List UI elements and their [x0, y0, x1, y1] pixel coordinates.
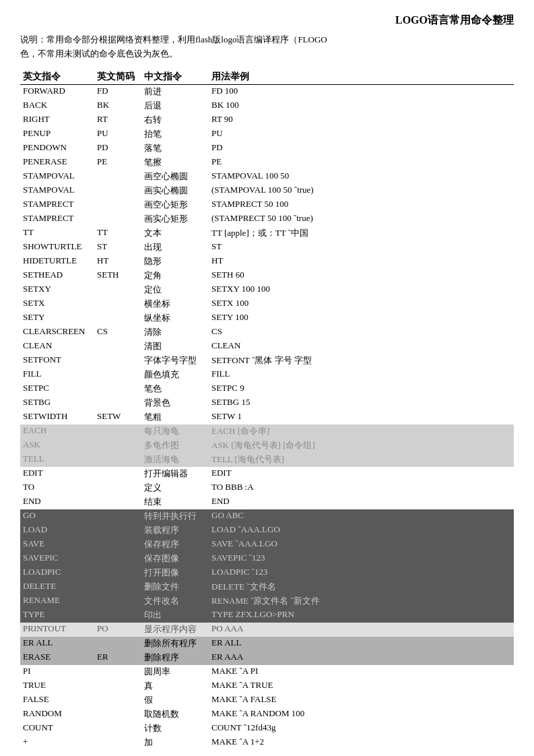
cell-cn: 清图	[141, 340, 209, 354]
table-row: PENUPPU抬笔PU	[20, 127, 514, 141]
cell-example: EDIT	[209, 467, 514, 481]
cell-example: CS	[209, 325, 514, 340]
cell-short	[94, 198, 141, 212]
cell-en: PRINTOUT	[20, 623, 94, 637]
cell-example: MAKE ˜A TRUE	[209, 679, 514, 693]
table-row: SETBG背景色SETBG 15	[20, 396, 514, 410]
cell-short	[94, 509, 141, 524]
cell-example: TO BBB :A	[209, 481, 514, 495]
cell-example: ASK [海龟代号表] [命令组]	[209, 439, 514, 453]
cell-short: CS	[94, 325, 141, 340]
cell-en: SETY	[20, 311, 94, 325]
cell-short: BK	[94, 99, 141, 113]
cell-example: SETXY 100 100	[209, 283, 514, 297]
cell-cn: 画实心椭圆	[141, 184, 209, 198]
cell-short	[94, 538, 141, 552]
table-row: PRINTOUTPO显示程序内容PO AAA	[20, 623, 514, 637]
cell-en: CLEARSCREEN	[20, 325, 94, 340]
cell-short	[94, 439, 141, 453]
cell-en: PI	[20, 665, 94, 679]
header-cn: 中文指令	[141, 69, 209, 85]
cell-example: SETW 1	[209, 410, 514, 424]
table-row: PENERASEPE笔擦PE	[20, 156, 514, 170]
cell-cn: 颜色填充	[141, 368, 209, 382]
table-row: TYPE印出TYPE ZFX.LGO>PRN	[20, 608, 514, 623]
cell-short	[94, 453, 141, 467]
cell-example: TELL [海龟代号表]	[209, 453, 514, 467]
cell-example: PU	[209, 127, 514, 141]
cell-en: SETPC	[20, 382, 94, 396]
cell-en: SETXY	[20, 283, 94, 297]
cell-en: TO	[20, 481, 94, 495]
table-row: CLEARSCREENCS清除CS	[20, 325, 514, 340]
cell-example: BK 100	[209, 99, 514, 113]
cell-cn: 画空心矩形	[141, 198, 209, 212]
cell-cn: 结束	[141, 495, 209, 509]
cell-short	[94, 608, 141, 623]
table-row: CLEAN清图CLEAN	[20, 340, 514, 354]
cell-example: FD 100	[209, 84, 514, 99]
cell-en: FALSE	[20, 693, 94, 707]
table-row: PENDOWNPD落笔PD	[20, 141, 514, 156]
table-row: RIGHTRT右转RT 90	[20, 113, 514, 127]
cell-example: LOADPIC ˜123	[209, 566, 514, 580]
table-row: STAMPRECT画空心矩形STAMPRECT 50 100	[20, 198, 514, 212]
table-row: DELETE删除文件DELETE ˜文件名	[20, 580, 514, 594]
table-row: COUNT计数COUNT ˜12fd43g	[20, 722, 514, 736]
cell-cn: 笔色	[141, 382, 209, 396]
cell-example: MAKE ˜A RANDOM 100	[209, 707, 514, 722]
cell-short	[94, 736, 141, 750]
cell-short	[94, 354, 141, 368]
command-table: 英文指令 英文简码 中文指令 用法举例 FORWARDFD前进FD 100BAC…	[20, 69, 514, 750]
cell-cn: 字体字号字型	[141, 354, 209, 368]
cell-en: TRUE	[20, 679, 94, 693]
cell-short	[94, 481, 141, 495]
table-row: TTTT文本TT [apple]；或：TT ˜中国	[20, 226, 514, 241]
cell-cn: 隐形	[141, 255, 209, 269]
table-row: LOADPIC打开图像LOADPIC ˜123	[20, 566, 514, 580]
cell-cn: 激活海龟	[141, 453, 209, 467]
cell-cn: 定位	[141, 283, 209, 297]
cell-short	[94, 467, 141, 481]
cell-en: SAVEPIC	[20, 552, 94, 566]
cell-en: ASK	[20, 439, 94, 453]
cell-short	[94, 170, 141, 184]
cell-cn: 真	[141, 679, 209, 693]
header-en: 英文指令	[20, 69, 94, 85]
cell-example: TT [apple]；或：TT ˜中国	[209, 226, 514, 241]
cell-en: CLEAN	[20, 340, 94, 354]
cell-short: PU	[94, 127, 141, 141]
cell-en: TELL	[20, 453, 94, 467]
cell-en: ERASE	[20, 651, 94, 665]
table-row: GO转到并执行行GO ABC	[20, 509, 514, 524]
cell-example: ST	[209, 241, 514, 255]
cell-short	[94, 693, 141, 707]
cell-short: TT	[94, 226, 141, 241]
cell-example: COUNT ˜12fd43g	[209, 722, 514, 736]
table-row: RENAME文件改名RENAME ˜原文件名 ˜新文件	[20, 594, 514, 608]
table-row: STAMPRECT画实心矩形(STAMPRECT 50 100 ˜true)	[20, 212, 514, 226]
cell-short	[94, 184, 141, 198]
cell-example: STAMPOVAL 100 50	[209, 170, 514, 184]
cell-example: FILL	[209, 368, 514, 382]
cell-cn: 定义	[141, 481, 209, 495]
cell-short: RT	[94, 113, 141, 127]
cell-en: STAMPRECT	[20, 212, 94, 226]
cell-en: +	[20, 736, 94, 750]
cell-short	[94, 396, 141, 410]
table-row: FILL颜色填充FILL	[20, 368, 514, 382]
cell-short: PE	[94, 156, 141, 170]
cell-en: RIGHT	[20, 113, 94, 127]
cell-cn: 保存图像	[141, 552, 209, 566]
cell-cn: 删除程序	[141, 651, 209, 665]
cell-en: SETFONT	[20, 354, 94, 368]
cell-en: DELETE	[20, 580, 94, 594]
cell-example: MAKE ˜A 1+2	[209, 736, 514, 750]
cell-cn: 删除文件	[141, 580, 209, 594]
cell-en: LOAD	[20, 524, 94, 538]
table-row: SETFONT字体字号字型SETFONT ˜黑体 字号 字型	[20, 354, 514, 368]
table-row: EDIT打开编辑器EDIT	[20, 467, 514, 481]
cell-short: PD	[94, 141, 141, 156]
table-row: STAMPOVAL画空心椭圆STAMPOVAL 100 50	[20, 170, 514, 184]
cell-en: PENDOWN	[20, 141, 94, 156]
